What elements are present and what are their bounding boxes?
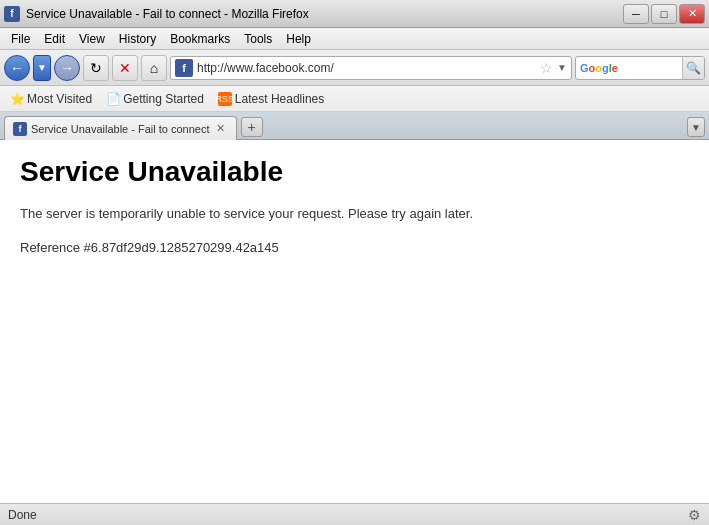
refresh-button[interactable]: ↻ [83,55,109,81]
tab-title: Service Unavailable - Fail to connect [31,123,210,135]
menu-help[interactable]: Help [279,30,318,48]
error-reference: Reference #6.87df29d9.1285270299.42a145 [20,240,689,255]
titlebar: f Service Unavailable - Fail to connect … [0,0,709,28]
home-button[interactable]: ⌂ [141,55,167,81]
tab-close-button[interactable]: ✕ [214,122,228,136]
stop-button[interactable]: ✕ [112,55,138,81]
bookmark-getting-started[interactable]: 📄 Getting Started [102,90,208,108]
status-icon: ⚙ [688,507,701,523]
rss-icon: RSS [218,92,232,106]
menu-file[interactable]: File [4,30,37,48]
bookmark-latest-headlines[interactable]: RSS Latest Headlines [214,90,328,108]
maximize-button[interactable]: □ [651,4,677,24]
bookmark-most-visited-label: Most Visited [27,92,92,106]
titlebar-favicon: f [4,6,20,22]
menu-tools[interactable]: Tools [237,30,279,48]
bookmark-most-visited[interactable]: ⭐ Most Visited [6,90,96,108]
search-bar[interactable]: Google 🔍 [575,56,705,80]
close-button[interactable]: ✕ [679,4,705,24]
address-dropdown-icon[interactable]: ▼ [557,62,567,73]
error-heading: Service Unavailable [20,156,689,188]
back-dropdown-button[interactable]: ▼ [33,55,51,81]
error-message: The server is temporarily unable to serv… [20,204,689,224]
titlebar-title: Service Unavailable - Fail to connect - … [26,7,623,21]
menu-edit[interactable]: Edit [37,30,72,48]
page-content: Service Unavailable The server is tempor… [0,140,709,503]
page-icon: 📄 [106,92,120,106]
tab-favicon: f [13,122,27,136]
bookmark-star-icon[interactable]: ☆ [540,60,553,76]
statusbar: Done ⚙ [0,503,709,525]
search-button[interactable]: 🔍 [682,57,704,79]
google-logo: Google [580,62,618,74]
new-tab-button[interactable]: + [241,117,263,137]
bookmark-getting-started-label: Getting Started [123,92,204,106]
tabbar: f Service Unavailable - Fail to connect … [0,112,709,140]
bookmark-latest-headlines-label: Latest Headlines [235,92,324,106]
tab-list-button[interactable]: ▼ [687,117,705,137]
status-text: Done [8,508,37,522]
search-input[interactable] [620,62,680,74]
star-icon: ⭐ [10,92,24,106]
menu-history[interactable]: History [112,30,163,48]
forward-button[interactable]: → [54,55,80,81]
minimize-button[interactable]: ─ [623,4,649,24]
navbar: ← ▼ → ↻ ✕ ⌂ f ☆ ▼ Google 🔍 [0,50,709,86]
site-favicon: f [175,59,193,77]
menu-view[interactable]: View [72,30,112,48]
address-bar[interactable]: f ☆ ▼ [170,56,572,80]
active-tab[interactable]: f Service Unavailable - Fail to connect … [4,116,237,140]
url-input[interactable] [197,61,536,75]
titlebar-buttons: ─ □ ✕ [623,4,705,24]
menubar: File Edit View History Bookmarks Tools H… [0,28,709,50]
back-button[interactable]: ← [4,55,30,81]
menu-bookmarks[interactable]: Bookmarks [163,30,237,48]
bookmarks-bar: ⭐ Most Visited 📄 Getting Started RSS Lat… [0,86,709,112]
